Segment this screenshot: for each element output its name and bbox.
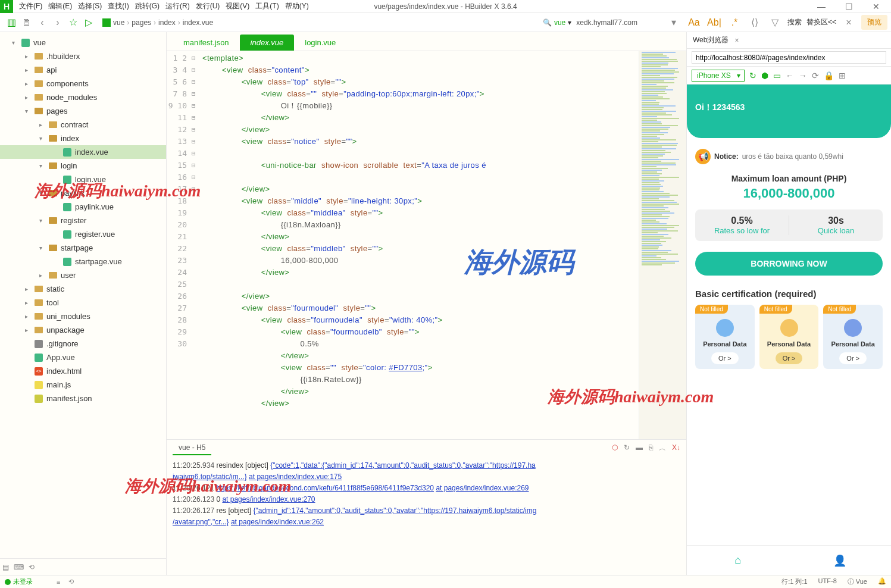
expand-arrow-icon[interactable]: ▸ bbox=[25, 327, 33, 333]
expand-arrow-icon[interactable]: ▸ bbox=[25, 53, 33, 60]
tree-item-startpage-vue[interactable]: startpage.vue bbox=[0, 255, 166, 268]
expand-arrow-icon[interactable]: ▾ bbox=[25, 108, 33, 114]
tree-item-paylink-vue[interactable]: paylink.vue bbox=[0, 200, 166, 214]
menu-item[interactable]: 选择(S) bbox=[76, 0, 104, 12]
tree-item--gitignore[interactable]: .gitignore bbox=[0, 337, 166, 351]
screenshot-icon[interactable]: ▭ bbox=[773, 71, 781, 80]
menu-item[interactable]: 运行(R) bbox=[163, 0, 192, 12]
or-button[interactable]: Or > bbox=[776, 352, 803, 364]
tree-item-App-vue[interactable]: App.vue bbox=[0, 351, 166, 364]
editor-tab[interactable]: manifest.json bbox=[173, 35, 240, 51]
panel-toggle-icon[interactable]: ▤ bbox=[2, 563, 9, 571]
cert-card[interactable]: Not filled Personal Data Or > bbox=[695, 305, 755, 369]
stop-icon[interactable]: ⬡ bbox=[612, 443, 618, 453]
notification-icon[interactable]: 🔔 bbox=[878, 577, 886, 586]
menu-item[interactable]: 发行(U) bbox=[193, 0, 223, 12]
replace-label[interactable]: 替换区<< bbox=[806, 17, 836, 27]
filter-icon[interactable]: ▽ bbox=[767, 17, 783, 28]
lock-icon[interactable]: 🔒 bbox=[824, 71, 834, 80]
encoding[interactable]: UTF-8 bbox=[818, 577, 837, 586]
url-input[interactable] bbox=[692, 51, 886, 64]
fold-gutter[interactable]: ⊟ ⊟ ⊟ ⊟ ⊟ ⊟ ⊟ ⊟ ⊟ ⊟ ⊟ ⊟ bbox=[192, 51, 202, 439]
cert-card[interactable]: Not filled Personal Data Or > bbox=[759, 305, 819, 369]
save-icon[interactable]: 🗎 bbox=[19, 17, 35, 28]
file-language[interactable]: ⓘ Vue bbox=[848, 577, 867, 586]
collapse-icon[interactable]: ︿ bbox=[659, 443, 666, 453]
expand-arrow-icon[interactable]: ▾ bbox=[12, 39, 20, 46]
nav-forward-icon[interactable]: › bbox=[50, 17, 65, 28]
expand-arrow-icon[interactable]: ▸ bbox=[25, 94, 33, 101]
expand-arrow-icon[interactable]: ▸ bbox=[25, 299, 33, 306]
grid-icon[interactable]: ⊞ bbox=[839, 71, 846, 80]
breadcrumb-item[interactable]: index.vue bbox=[183, 18, 213, 27]
tree-item-api[interactable]: ▸api bbox=[0, 63, 166, 77]
code-area[interactable]: 1 2 3 4 5 6 7 8 9 10 11 12 13 14 15 16 1… bbox=[167, 51, 686, 439]
close-button[interactable]: ✕ bbox=[864, 2, 889, 11]
tree-item-register-vue[interactable]: register.vue bbox=[0, 227, 166, 241]
browser-tab-label[interactable]: Web浏览器 bbox=[693, 35, 729, 45]
minimize-button[interactable]: — bbox=[809, 2, 834, 11]
code-editor[interactable]: <template> <view class="content"> <view … bbox=[202, 51, 639, 439]
tree-item-index-html[interactable]: <>index.html bbox=[0, 364, 166, 378]
nav-back-icon[interactable]: ‹ bbox=[35, 17, 50, 28]
letter-a-icon[interactable]: Aa bbox=[686, 17, 702, 28]
tree-item-index-vue[interactable]: index.vue bbox=[0, 145, 166, 159]
tree-item-user[interactable]: ▸user bbox=[0, 268, 166, 282]
reload-icon[interactable]: ⟳ bbox=[812, 71, 819, 80]
tree-item--hbuilderx[interactable]: ▸.hbuilderx bbox=[0, 49, 166, 63]
or-button[interactable]: Or > bbox=[711, 352, 739, 364]
menu-item[interactable]: 编辑(E) bbox=[46, 0, 74, 12]
expand-arrow-icon[interactable]: ▸ bbox=[39, 121, 48, 128]
editor-tab[interactable]: index.vue bbox=[240, 35, 295, 51]
editor-tab[interactable]: login.vue bbox=[294, 35, 346, 51]
tree-item-vue[interactable]: ▾vue bbox=[0, 36, 166, 49]
tree-item-pages[interactable]: ▾pages bbox=[0, 104, 166, 118]
sync-status-icon[interactable]: ⟲ bbox=[68, 578, 74, 586]
expand-arrow-icon[interactable]: ▾ bbox=[39, 162, 48, 169]
menu-item[interactable]: 查找(I) bbox=[105, 0, 131, 12]
expand-arrow-icon[interactable]: ▸ bbox=[25, 286, 33, 292]
menu-item[interactable]: 文件(F) bbox=[17, 0, 45, 12]
console-tab[interactable]: vue - H5 bbox=[173, 441, 211, 455]
run-icon[interactable]: ▷ bbox=[81, 17, 96, 28]
sync-icon[interactable]: ⟲ bbox=[29, 563, 35, 571]
maximize-button[interactable]: ☐ bbox=[836, 2, 861, 11]
tree-item-register[interactable]: ▾register bbox=[0, 214, 166, 227]
expand-arrow-icon[interactable]: ▸ bbox=[39, 272, 48, 279]
run-target[interactable]: 🔍 vue ▾ bbox=[543, 18, 571, 27]
tool-icon[interactable]: ▾ bbox=[666, 17, 681, 28]
tree-item-tool[interactable]: ▸tool bbox=[0, 296, 166, 309]
nav-forward-icon[interactable]: → bbox=[799, 71, 807, 80]
or-button[interactable]: Or > bbox=[839, 352, 867, 364]
tree-item-contract[interactable]: ▸contract bbox=[0, 118, 166, 132]
user-nav-icon[interactable]: 👤 bbox=[789, 546, 892, 575]
expand-arrow-icon[interactable]: ▸ bbox=[25, 80, 33, 87]
tree-item-static[interactable]: ▸static bbox=[0, 282, 166, 296]
minimap[interactable] bbox=[639, 51, 686, 439]
terminal-icon[interactable]: ⌨ bbox=[14, 563, 24, 571]
tree-item-uni_modules[interactable]: ▸uni_modules bbox=[0, 309, 166, 323]
search-label[interactable]: 搜索 bbox=[787, 17, 802, 27]
console-output[interactable]: 11:20:25.934 resindex [object] {"code":1… bbox=[167, 456, 686, 575]
cert-card[interactable]: Not filled Personal Data Or > bbox=[823, 305, 883, 369]
tree-item-unpackage[interactable]: ▸unpackage bbox=[0, 323, 166, 337]
export-icon[interactable]: ⎘ bbox=[649, 443, 653, 453]
clear-icon[interactable]: ▬ bbox=[636, 443, 643, 453]
expand-arrow-icon[interactable]: ▾ bbox=[39, 135, 48, 142]
close-browser-tab-icon[interactable]: × bbox=[734, 36, 739, 45]
restart-icon[interactable]: ↻ bbox=[624, 443, 630, 453]
star-icon[interactable]: ☆ bbox=[65, 17, 81, 28]
expand-arrow-icon[interactable]: ▸ bbox=[25, 67, 33, 73]
device-select[interactable]: iPhone XS bbox=[692, 70, 745, 82]
tree-item-login[interactable]: ▾login bbox=[0, 159, 166, 173]
breadcrumb-item[interactable]: pages bbox=[132, 18, 151, 27]
tree-item-paylink[interactable]: ▾paylink bbox=[0, 186, 166, 200]
regex-icon[interactable]: .* bbox=[727, 17, 742, 28]
home-nav-icon[interactable]: ⌂ bbox=[687, 546, 789, 575]
list-icon[interactable]: ≡ bbox=[57, 578, 60, 586]
preview-button[interactable]: 预览 bbox=[861, 15, 887, 30]
nav-back-icon[interactable]: ← bbox=[786, 71, 794, 80]
tree-item-main-js[interactable]: main.js bbox=[0, 378, 166, 392]
expand-arrow-icon[interactable]: ▾ bbox=[39, 217, 48, 224]
tree-item-index[interactable]: ▾index bbox=[0, 132, 166, 145]
